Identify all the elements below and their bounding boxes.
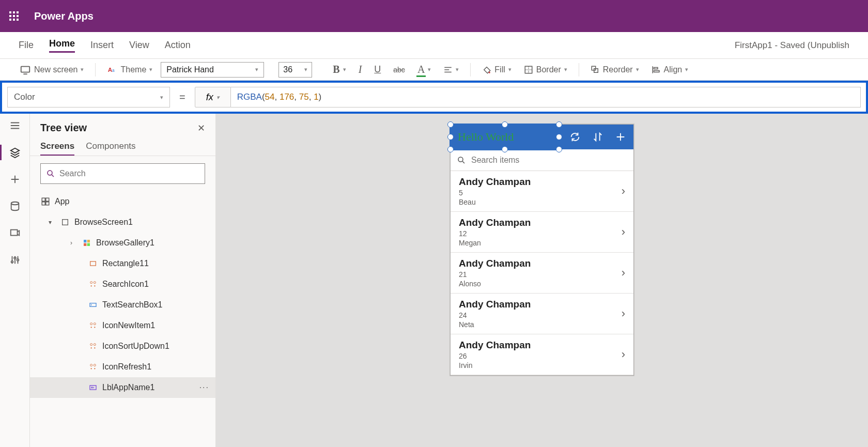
svg-point-11 — [11, 261, 13, 263]
rail-advanced[interactable] — [0, 254, 29, 266]
tree-app[interactable]: App — [30, 191, 215, 212]
item-num: 26 — [459, 352, 531, 360]
chevron-down-icon: ▾ — [343, 66, 346, 73]
new-screen-label: New screen — [34, 65, 78, 74]
svg-rect-16 — [46, 198, 49, 201]
font-select[interactable]: Patrick Hand ▾ — [161, 62, 264, 78]
tree-item[interactable]: IconRefresh1 — [30, 357, 215, 377]
svg-rect-0 — [21, 66, 30, 72]
chevron-down-icon: ▾ — [508, 66, 512, 73]
item-sub: Irvin — [459, 361, 531, 369]
tree-screen[interactable]: ▾ BrowseScreen1 — [30, 212, 215, 233]
tree-item-label: IconNewItem1 — [102, 321, 155, 330]
plus-icon[interactable] — [615, 131, 626, 143]
svg-point-25 — [90, 282, 92, 284]
rail-media[interactable] — [0, 227, 29, 239]
chevron-right-icon[interactable]: › — [622, 307, 625, 320]
rail-hamburger[interactable] — [0, 120, 29, 131]
gallery-item[interactable]: Andy Champan5Beau› — [451, 171, 633, 212]
screen-icon — [20, 64, 31, 75]
tree-item[interactable]: TextSearchBox1 — [30, 295, 215, 315]
more-icon[interactable]: ··· — [199, 383, 209, 392]
strikethrough-button[interactable]: abc — [389, 66, 409, 74]
svg-point-32 — [90, 364, 92, 366]
svg-text:a: a — [112, 68, 115, 73]
tab-components[interactable]: Components — [86, 138, 135, 156]
rail-tree-view[interactable] — [0, 147, 29, 158]
rail-insert[interactable] — [0, 174, 29, 185]
font-color-button[interactable]: A▾ — [413, 64, 435, 75]
text-align-button[interactable]: ▾ — [439, 65, 463, 74]
app-title: Power Apps — [34, 10, 94, 22]
font-size-select[interactable]: 36 ▾ — [278, 62, 312, 78]
svg-point-12 — [14, 257, 16, 259]
item-sub: Alonso — [459, 280, 531, 288]
reorder-button[interactable]: Reorder ▾ — [586, 65, 643, 74]
preview-header[interactable]: Hello World — [451, 125, 633, 149]
menu-insert[interactable]: Insert — [90, 40, 114, 51]
chevron-down-icon: ▾ — [564, 66, 567, 73]
preview-gallery[interactable]: Andy Champan5Beau›Andy Champan12Megan›An… — [451, 171, 633, 375]
gallery-item[interactable]: Andy Champan21Alonso› — [451, 253, 633, 294]
tree-item-selected[interactable]: LblAppName1 ··· — [30, 377, 215, 398]
canvas[interactable]: Hello World Andy Champan5Beau›Andy Champ… — [216, 114, 868, 447]
chevron-right-icon[interactable]: › — [622, 184, 625, 198]
formula-input[interactable]: RGBA(54, 176, 75, 1) — [231, 87, 861, 107]
refresh-icon[interactable] — [569, 131, 581, 143]
svg-rect-20 — [84, 240, 86, 242]
svg-rect-18 — [46, 202, 49, 205]
svg-rect-24 — [90, 261, 96, 266]
close-panel-button[interactable]: ✕ — [197, 122, 205, 134]
tree-item-label: IconSortUpDown1 — [102, 342, 169, 351]
preview-search-row[interactable] — [451, 149, 633, 171]
align-button[interactable]: Align ▾ — [647, 65, 693, 74]
chevron-right-icon[interactable]: › — [622, 266, 625, 280]
tree-search[interactable] — [40, 163, 205, 184]
border-button[interactable]: Border ▾ — [520, 65, 571, 74]
fill-button[interactable]: Fill ▾ — [478, 65, 515, 74]
theme-button[interactable]: Aa Theme ▾ — [103, 65, 157, 75]
app-launcher-icon[interactable] — [9, 11, 19, 21]
control-icon — [89, 321, 97, 330]
fx-button[interactable]: fx ▾ — [195, 87, 231, 107]
tree-item-label: LblAppName1 — [102, 383, 154, 392]
tree-gallery[interactable]: › BrowseGallery1 — [30, 233, 215, 253]
underline-button[interactable]: U — [370, 64, 385, 75]
menu-file[interactable]: File — [19, 40, 34, 51]
chevron-right-icon[interactable]: › — [622, 225, 625, 239]
menu-home[interactable]: Home — [49, 38, 75, 53]
tree-item-label: SearchIcon1 — [102, 280, 149, 289]
tree-item[interactable]: Rectangle11 — [30, 253, 215, 274]
tree-item[interactable]: IconNewItem1 — [30, 315, 215, 336]
rail-data[interactable] — [0, 201, 29, 212]
tree-gallery-label: BrowseGallery1 — [96, 238, 154, 248]
tree-title: Tree view — [40, 122, 87, 134]
svg-point-28 — [90, 323, 92, 325]
gallery-item[interactable]: Andy Champan24Neta› — [451, 294, 633, 334]
chevron-right-icon[interactable]: › — [622, 348, 625, 361]
tree-screen-label: BrowseScreen1 — [74, 218, 133, 227]
svg-rect-27 — [90, 303, 96, 307]
theme-label: Theme — [120, 65, 146, 74]
svg-rect-17 — [42, 202, 45, 205]
preview-search-input[interactable] — [471, 156, 627, 165]
new-screen-button[interactable]: New screen ▾ — [16, 64, 88, 75]
sort-icon[interactable] — [592, 131, 603, 143]
tree-search-input[interactable] — [59, 169, 199, 178]
menu-view[interactable]: View — [129, 40, 149, 51]
gallery-item[interactable]: Andy Champan26Irvin› — [451, 334, 633, 375]
tree-item[interactable]: IconSortUpDown1 — [30, 336, 215, 357]
tab-screens[interactable]: Screens — [40, 138, 74, 156]
font-name: Patrick Hand — [166, 65, 214, 74]
italic-button[interactable]: I — [354, 64, 366, 75]
svg-rect-8 — [654, 70, 659, 72]
property-select[interactable]: Color ▾ — [7, 87, 170, 107]
gallery-item[interactable]: Andy Champan12Megan› — [451, 212, 633, 253]
textbox-icon — [89, 301, 97, 309]
svg-point-9 — [11, 202, 19, 205]
menu-action[interactable]: Action — [165, 40, 191, 51]
phone-preview[interactable]: Hello World Andy Champan5Beau›Andy Champ… — [450, 124, 634, 376]
bold-button[interactable]: B▾ — [329, 64, 350, 75]
tree-item[interactable]: SearchIcon1 — [30, 274, 215, 295]
border-icon — [524, 65, 533, 74]
